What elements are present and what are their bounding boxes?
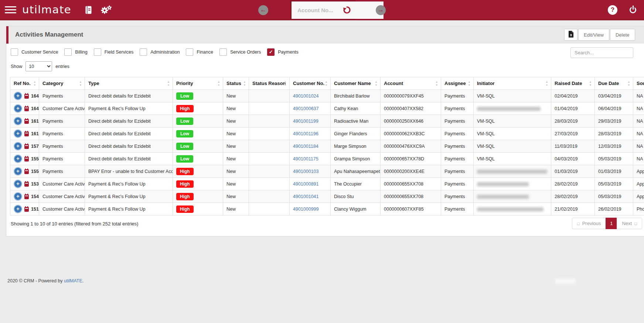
sort-icon[interactable]: ▲▼ bbox=[627, 80, 630, 87]
previous-account-arrow-icon[interactable] bbox=[258, 5, 268, 15]
sort-icon[interactable]: ▲▼ bbox=[589, 80, 592, 87]
calendar-icon[interactable] bbox=[24, 119, 29, 124]
checkbox-icon[interactable] bbox=[140, 48, 147, 56]
customer-no-link[interactable]: 4901000637 bbox=[293, 106, 319, 111]
sort-icon[interactable]: ▲▼ bbox=[545, 80, 548, 87]
column-header-assignee[interactable]: Assignee▲▼ bbox=[441, 77, 474, 90]
checkbox-icon[interactable] bbox=[11, 48, 18, 56]
calendar-icon[interactable] bbox=[24, 132, 29, 136]
cell-status: New bbox=[223, 127, 249, 140]
settings-gears-icon[interactable] bbox=[100, 5, 112, 16]
customer-no-link[interactable]: 4901000999 bbox=[293, 207, 319, 212]
logout-power-icon[interactable] bbox=[628, 6, 637, 14]
filter-customer-service[interactable]: Customer Service bbox=[11, 48, 58, 56]
calendar-icon[interactable] bbox=[24, 182, 29, 187]
customer-no-link[interactable]: 4901000103 bbox=[293, 169, 319, 174]
help-icon[interactable] bbox=[608, 5, 617, 15]
account-search-input[interactable] bbox=[292, 1, 384, 19]
customer-no-link[interactable]: 4901001196 bbox=[293, 131, 318, 136]
calendar-icon[interactable] bbox=[24, 157, 29, 162]
column-header-source[interactable]: Source▲▼ bbox=[633, 77, 644, 90]
customer-no-link[interactable]: 4901000891 bbox=[293, 181, 319, 187]
column-header-priority[interactable]: Priority▲▼ bbox=[173, 77, 223, 90]
column-header-status[interactable]: Status▲▼ bbox=[223, 77, 249, 90]
calendar-icon[interactable] bbox=[24, 94, 29, 99]
filter-billing[interactable]: Billing bbox=[64, 48, 87, 56]
calendar-icon[interactable] bbox=[24, 106, 29, 111]
filter-finance[interactable]: Finance bbox=[186, 48, 213, 56]
column-header-category[interactable]: Category▲▼ bbox=[39, 77, 85, 90]
checkbox-icon[interactable] bbox=[94, 48, 101, 56]
column-label: Status Reason bbox=[252, 81, 286, 86]
customer-no-link[interactable]: 4901001199 bbox=[293, 119, 318, 124]
sort-icon[interactable]: ▲▼ bbox=[167, 80, 170, 87]
checkbox-icon[interactable] bbox=[186, 48, 193, 56]
checkbox-icon[interactable] bbox=[64, 48, 72, 56]
column-header-status-reason[interactable]: Status Reason▲▼ bbox=[249, 77, 290, 90]
expand-row-plus-icon[interactable] bbox=[14, 117, 22, 125]
sort-icon[interactable]: ▲▼ bbox=[375, 80, 378, 87]
column-header-due-date[interactable]: Due Date▲▼ bbox=[595, 77, 633, 90]
next-account-arrow-icon[interactable] bbox=[376, 5, 386, 15]
calendar-icon[interactable] bbox=[24, 169, 29, 174]
column-header-account[interactable]: Account▲▼ bbox=[381, 77, 441, 90]
sort-icon[interactable]: ▲▼ bbox=[284, 80, 287, 87]
sort-icon[interactable]: ▲▼ bbox=[435, 80, 438, 87]
redacted-initiator bbox=[477, 182, 529, 186]
entries-count-select[interactable]: 10 bbox=[25, 61, 52, 71]
calendar-icon[interactable] bbox=[24, 144, 29, 149]
expand-row-plus-icon[interactable] bbox=[14, 205, 22, 213]
export-excel-button[interactable]: x bbox=[564, 29, 577, 41]
filter-service-orders[interactable]: Service Orders bbox=[219, 48, 261, 56]
filter-field-services[interactable]: Field Services bbox=[94, 48, 134, 56]
card-title-bar: Activities Management x Edit/View Delete bbox=[6, 26, 644, 44]
utilmate-footer-link[interactable]: utilMATE bbox=[64, 278, 82, 283]
ref-number: 15583 bbox=[31, 156, 39, 162]
app-logo[interactable]: utilmate bbox=[22, 3, 71, 16]
customer-no-link[interactable]: 4901001184 bbox=[293, 144, 318, 149]
menu-hamburger-icon[interactable] bbox=[5, 6, 16, 15]
expand-row-plus-icon[interactable] bbox=[14, 180, 22, 188]
cell-initiator bbox=[474, 102, 551, 115]
edit-view-button[interactable]: Edit/View bbox=[578, 29, 609, 41]
checkbox-icon[interactable] bbox=[219, 48, 227, 56]
column-header-type[interactable]: Type▲▼ bbox=[85, 77, 173, 90]
expand-row-plus-icon[interactable] bbox=[14, 167, 22, 176]
sort-icon[interactable]: ▲▼ bbox=[79, 80, 82, 87]
delete-button[interactable]: Delete bbox=[610, 29, 635, 41]
expand-row-plus-icon[interactable] bbox=[14, 192, 22, 201]
filter-administration[interactable]: Administration bbox=[140, 48, 180, 56]
sort-icon[interactable]: ▲▼ bbox=[468, 80, 471, 87]
cell-status-reason bbox=[249, 178, 290, 190]
expand-row-plus-icon[interactable] bbox=[14, 142, 22, 150]
column-header-customer-no[interactable]: Customer No.▲▼ bbox=[290, 77, 331, 90]
sort-icon[interactable]: ▲▼ bbox=[33, 80, 36, 87]
table-search-input[interactable] bbox=[570, 47, 633, 58]
filter-payments[interactable]: Payments bbox=[267, 48, 299, 56]
sort-icon[interactable]: ▲▼ bbox=[325, 80, 328, 87]
pagination-next-button[interactable]: Next □ bbox=[617, 218, 642, 229]
customer-no-link[interactable]: 4901001175 bbox=[293, 156, 318, 162]
expand-row-plus-icon[interactable] bbox=[14, 92, 22, 100]
checkbox-checked-icon[interactable] bbox=[267, 48, 275, 56]
calendar-icon[interactable] bbox=[24, 207, 29, 212]
column-header-customer-name[interactable]: Customer Name▲▼ bbox=[331, 77, 381, 90]
cell-status-reason bbox=[249, 153, 290, 165]
book-icon[interactable] bbox=[85, 6, 92, 16]
pagination-previous-button[interactable]: □ Previous bbox=[572, 218, 606, 229]
column-header-raised-date[interactable]: Raised Date▲▼ bbox=[551, 77, 595, 90]
sort-icon[interactable]: ▲▼ bbox=[243, 80, 246, 87]
expand-row-plus-icon[interactable] bbox=[14, 154, 22, 163]
customer-no-link[interactable]: 4901001041 bbox=[293, 194, 319, 199]
calendar-icon[interactable] bbox=[24, 194, 29, 199]
column-header-initiator[interactable]: Initiator▲▼ bbox=[474, 77, 551, 90]
sort-icon[interactable]: ▲▼ bbox=[217, 80, 220, 87]
undo-reset-icon[interactable] bbox=[343, 6, 351, 14]
expand-row-plus-icon[interactable] bbox=[14, 104, 22, 113]
pagination-page-1-button[interactable]: 1 bbox=[606, 218, 617, 229]
customer-no-link[interactable]: 4901001024 bbox=[293, 94, 319, 99]
cell-account: 0000000655XX708 bbox=[381, 178, 441, 190]
expand-row-plus-icon[interactable] bbox=[14, 129, 22, 138]
column-header-ref-no[interactable]: Ref No.▲▼ bbox=[10, 77, 39, 90]
cell-category: Payments bbox=[39, 140, 85, 153]
